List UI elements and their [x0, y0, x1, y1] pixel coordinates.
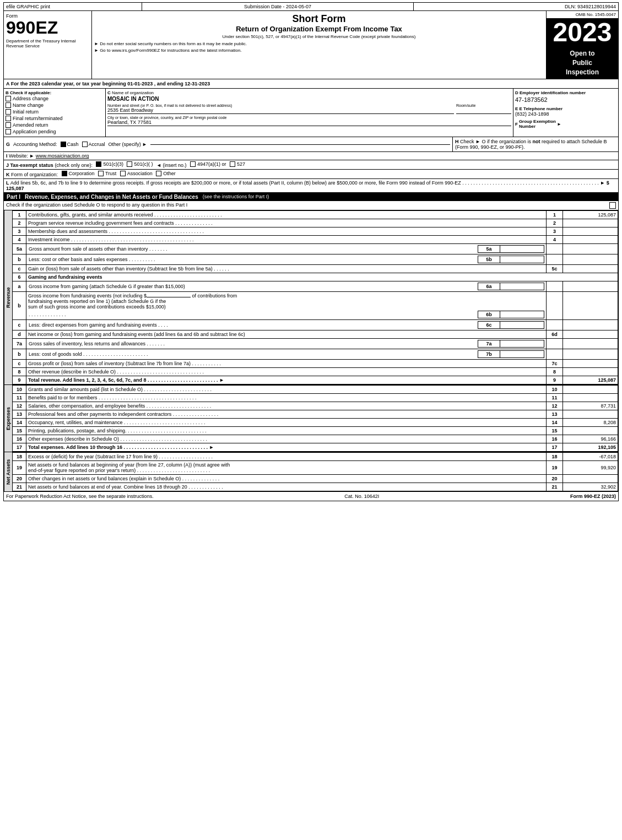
page-footer: For Paperwork Reduction Act Notice, see …	[3, 492, 619, 501]
table-row: 10 Grants and similar amounts paid (list…	[13, 386, 618, 394]
section-a-text: For the 2023 calendar year, or tax year …	[11, 81, 210, 86]
phone-value: (832) 243-1898	[515, 111, 616, 117]
phone-label: E Telephone number	[520, 106, 563, 111]
table-row: b Less: cost or other basis and sales ex…	[13, 254, 618, 265]
table-row: 5a Gross amount from sale of assets othe…	[13, 244, 618, 254]
city-value: Pearland, TX 77581	[107, 120, 511, 126]
table-row: b Gross income from fundraising events (…	[13, 292, 618, 320]
section-a: A For the 2023 calendar year, or tax yea…	[3, 79, 619, 89]
room-label: Room/suite	[456, 104, 511, 107]
checkbox-final-return[interactable]: Final return/terminated	[6, 115, 104, 122]
table-row: 20 Other changes in net assets or fund b…	[13, 475, 618, 483]
table-row: 16 Other expenses (describe in Schedule …	[13, 435, 618, 443]
checkbox-app-pending-label: Application pending	[13, 129, 56, 134]
expenses-side-label: Expenses	[4, 385, 12, 452]
table-row: 9 Total revenue. Add lines 1, 2, 3, 4, 5…	[13, 376, 618, 384]
other-specify-line	[150, 144, 450, 145]
accounting-label: Accounting Method:	[13, 142, 57, 147]
cash-label: Cash	[67, 142, 79, 147]
section-h-text: Check ► O if the organization is not req…	[455, 139, 607, 150]
net-assets-section: Net Assets 18 Excess or (deficit) for th…	[3, 452, 619, 492]
org-name: MOSAIC IN ACTION	[107, 96, 511, 102]
address-value: 2535 East Broadway	[107, 107, 454, 114]
table-row: b Less: cost of goods sold . . . . . . .…	[13, 349, 618, 360]
table-row: c Gross profit or (loss) from sales of i…	[13, 360, 618, 368]
section-l-text: Add lines 5b, 6c, and 7b to line 9 to de…	[10, 180, 461, 186]
table-row: 7a Gross sales of inventory, less return…	[13, 339, 618, 349]
part1-title: Revenue, Expenses, and Changes in Net As…	[25, 194, 198, 200]
checkbox-address-change[interactable]: Address change	[6, 95, 104, 102]
table-row: d Net income or (loss) from gaming and f…	[13, 330, 618, 339]
checkbox-address-change-label: Address change	[13, 96, 48, 101]
revenue-table-wrapper: 1 Contributions, gifts, grants, and simi…	[12, 210, 618, 384]
expenses-section: Expenses 10 Grants and similar amounts p…	[3, 385, 619, 452]
website-label: Website: ►	[9, 153, 34, 159]
footer-left: For Paperwork Reduction Act Notice, see …	[6, 494, 154, 499]
section-l-dots: . . . . . . . . . . . . . . . . . . . . …	[462, 180, 600, 186]
do-not-enter: ► Do not enter social security numbers o…	[94, 41, 247, 46]
section-c: C Name of organization MOSAIC IN ACTION …	[106, 89, 513, 137]
k-trust-checkbox	[98, 171, 104, 176]
group-label: Group ExemptionNumber	[519, 119, 556, 129]
section-b: B Check if applicable: Address change Na…	[4, 89, 106, 137]
cash-option[interactable]: Cash	[61, 142, 79, 147]
city-label: City or town, state or province, country…	[107, 116, 511, 120]
efile-label: efile GRAPHIC print	[4, 3, 142, 10]
table-row: 2 Program service revenue including gove…	[13, 219, 618, 227]
table-row: 13 Professional fees and other payments …	[13, 410, 618, 419]
form-number: 990EZ	[6, 19, 89, 36]
part1-see-instructions: (see the instructions for Part I)	[203, 194, 269, 200]
table-row: 8 Other revenue (describe in Schedule O)…	[13, 368, 618, 376]
table-row: 18 Excess or (deficit) for the year (Sub…	[13, 453, 618, 461]
table-row: 6 Gaming and fundraising events	[13, 273, 618, 281]
section-b-title: Check if applicable:	[10, 90, 51, 95]
checkbox-name-change[interactable]: Name change	[6, 102, 104, 109]
checkbox-amended-return-box	[6, 122, 11, 128]
revenue-table: 1 Contributions, gifts, grants, and simi…	[12, 210, 618, 384]
checkbox-app-pending-box	[6, 129, 11, 134]
section-j: J Tax-exempt status (check only one): 50…	[3, 160, 619, 170]
checkbox-amended-return[interactable]: Amended return	[6, 122, 104, 128]
accrual-option[interactable]: Accrual	[82, 142, 105, 147]
footer-right: Form 990-EZ (2023)	[570, 494, 616, 499]
table-row: 11 Benefits paid to or for members . . .…	[13, 394, 618, 402]
table-row: 12 Salaries, other compensation, and emp…	[13, 402, 618, 410]
checkbox-initial-return[interactable]: Initial return	[6, 109, 104, 115]
k-trust-label: Trust	[105, 171, 116, 176]
part1-header: Part I Revenue, Expenses, and Changes in…	[3, 193, 619, 201]
j-501c-label: 501(c)( )	[134, 161, 153, 167]
checkbox-amended-return-label: Amended return	[13, 122, 48, 128]
form-org-label: Form of organization:	[11, 172, 58, 177]
table-row: c Less: direct expenses from gaming and …	[13, 320, 618, 330]
expenses-table-wrapper: 10 Grants and similar amounts paid (list…	[12, 385, 618, 452]
table-row: 19 Net assets or fund balances at beginn…	[13, 461, 618, 475]
tax-exempt-label: Tax-exempt status (check only one):	[10, 162, 93, 168]
j-4947-label: 4947(a)(1) or	[197, 161, 226, 167]
checkbox-app-pending[interactable]: Application pending	[6, 128, 104, 135]
net-assets-side-label: Net Assets	[4, 452, 12, 491]
return-title: Return of Organization Exempt From Incom…	[94, 25, 544, 33]
net-assets-table-wrapper: 18 Excess or (deficit) for the year (Sub…	[12, 452, 618, 491]
table-row: 21 Net assets or fund balances at end of…	[13, 483, 618, 491]
website-url[interactable]: www.mosaicinaction.org	[36, 153, 89, 159]
k-other-checkbox	[156, 171, 161, 176]
table-row: 14 Occupancy, rent, utilities, and maint…	[13, 419, 618, 427]
part1-check-text: Check if the organization used Schedule …	[6, 202, 187, 209]
section-l: L Add lines 5b, 6c, and 7b to line 9 to …	[3, 179, 619, 193]
go-to-irs: ► Go to www.irs.gov/Form990EZ for instru…	[94, 48, 242, 53]
short-form-title: Short Form	[94, 13, 544, 25]
top-header: efile GRAPHIC print Submission Date - 20…	[3, 2, 619, 11]
j-insert-label: ◄ (insert no.)	[156, 162, 186, 168]
k-other-label: Other	[163, 171, 176, 176]
address-label: Number and street (or P. O. box, if mail…	[107, 104, 454, 107]
table-row: 17 Total expenses. Add lines 10 through …	[13, 443, 618, 452]
ein-value: 47-1873562	[515, 96, 616, 103]
part1-check-box[interactable]	[609, 202, 616, 209]
dept: Department of the Treasury Internal Reve…	[6, 39, 89, 48]
table-row: 15 Printing, publications, postage, and …	[13, 427, 618, 435]
k-corp-label: Corporation	[69, 171, 95, 176]
j-527-checkbox	[230, 161, 235, 167]
other-label: Other (specify) ►	[109, 142, 147, 147]
table-row: c Gain or (loss) from sale of assets oth…	[13, 265, 618, 273]
page: efile GRAPHIC print Submission Date - 20…	[0, 0, 622, 503]
